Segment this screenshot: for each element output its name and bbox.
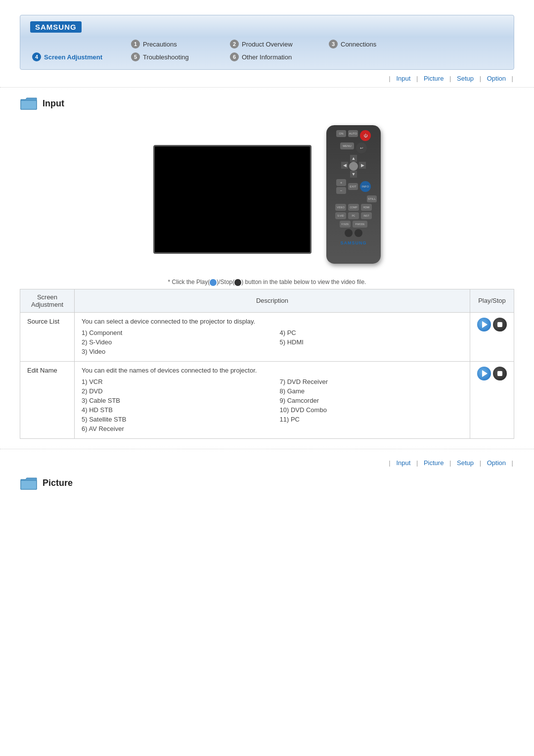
pipe-2: | [416,75,418,82]
dpad-down: ▼ [341,171,366,178]
vol-down-button[interactable]: − [336,187,346,194]
install-button[interactable]: INST [361,212,372,219]
pc-button[interactable]: PC [348,212,359,219]
source-list-items: 1) Component 2) S-Video 3) Video 4) PC 5… [82,328,463,356]
center-button[interactable] [349,162,358,171]
fsize-button[interactable]: F.SIZE [340,221,351,228]
picture-folder-icon [20,476,38,490]
nav-label-connections: Connections [341,41,376,48]
pipe-4: | [480,75,481,82]
nav-num-3: 3 [329,40,338,48]
remote-menu-row: MENU ↩ [330,142,377,153]
editname-desc-main: You can edit the names of devices connec… [82,367,463,374]
source-item-3: 3) Video [82,347,265,356]
auto-button[interactable]: AUTO [348,130,358,137]
info-button[interactable]: INFO [360,181,371,192]
nav-item-screen-adjustment[interactable]: 4 Screen Adjustment [30,51,129,62]
nav-num-2: 2 [230,40,239,48]
dpad: ▲ ◀ ▶ ▼ [341,155,366,178]
nav-link-setup[interactable]: Setup [457,75,474,82]
nav-item-connections[interactable]: 3 Connections [327,39,426,49]
editname-play-button[interactable] [477,367,491,380]
cell-editname-desc: You can edit the names of devices connec… [75,361,470,438]
volume-controls: + − [336,179,346,194]
play-icon-inline [210,279,217,286]
editname-item-8: 8) Game [280,386,463,396]
stop-icon-inline [234,279,241,286]
up-arrow[interactable]: ▲ [350,155,357,162]
nav-item-other-info[interactable]: 6 Other Information [228,51,327,62]
extra-btn-1[interactable] [345,229,353,237]
info-table: Screen Adjustment Description Play/Stop … [20,289,514,439]
editname-item-7: 7) DVD Receiver [280,377,463,386]
bottom-nav-link-picture[interactable]: Picture [424,459,444,467]
header-nav: SAMSUNG 1 Precautions 2 Product Overview… [20,15,514,70]
still-row: STILL [330,195,377,202]
extra-btn-2[interactable] [355,229,362,237]
table-row-source-list: Source List You can select a device conn… [20,312,514,361]
vol-up-button[interactable]: + [336,179,346,186]
source-stop-button[interactable] [493,318,507,331]
bottom-nav-link-input[interactable]: Input [396,459,410,467]
editname-stop-button[interactable] [493,367,507,380]
nav-link-option[interactable]: Option [487,75,506,82]
nav-item-troubleshooting[interactable]: 5 Troubleshooting [129,51,228,62]
fsize-row: F.SIZE P.MODE [330,221,377,228]
still-button[interactable]: STILL [367,195,377,202]
editname-list-items: 1) VCR 2) DVD 3) Cable STB 4) HD STB 5) … [82,377,463,433]
editname-item-1: 1) VCR [82,377,265,386]
editname-item-2: 2) DVD [82,386,265,396]
editname-item-10: 10) DVD Combo [280,405,463,415]
on-button[interactable]: ON [336,130,346,137]
video-button[interactable]: VIDEO [335,204,346,211]
exit-button[interactable]: EXIT [348,183,358,190]
remote-control: ON AUTO ⏻ MENU ↩ ▲ ◀ ▶ ▼ + [326,125,381,264]
picture-title: Picture [43,478,73,488]
pipe-3: | [449,75,451,82]
cell-editname-playstop [470,361,514,438]
right-arrow[interactable]: ▶ [359,162,366,169]
bottom-pipe-5: | [512,459,513,467]
nav-link-picture[interactable]: Picture [424,75,444,82]
svideo-button[interactable]: S-VID [335,212,346,219]
media-area: ON AUTO ⏻ MENU ↩ ▲ ◀ ▶ ▼ + [0,115,534,274]
nav-grid: 1 Precautions 2 Product Overview 3 Conne… [30,39,504,62]
bottom-nav-link-setup[interactable]: Setup [457,459,474,467]
nav-link-input[interactable]: Input [396,75,410,82]
picture-section-heading: Picture [0,472,534,500]
pimode-button[interactable]: P.MODE [353,221,367,228]
power-button[interactable]: ⏻ [360,130,371,141]
nav-item-precautions[interactable]: 1 Precautions [129,39,228,49]
dpad-up: ▲ [341,155,366,162]
table-row-edit-name: Edit Name You can edit the names of devi… [20,361,514,438]
nav-num-6: 6 [230,52,239,61]
remote-top-row: ON AUTO ⏻ [330,130,377,141]
nav-item-product-overview[interactable]: 2 Product Overview [228,39,327,49]
comp-button[interactable]: COMP [348,204,359,211]
source-item-1: 1) Component [82,328,265,337]
bottom-nav-links: | Input | Picture | Setup | Option | [0,449,534,472]
col-header-playstop: Play/Stop [470,289,514,312]
bottom-pipe-1: | [389,459,390,467]
editname-item-11: 11) PC [280,415,463,424]
source-item-4: 4) PC [280,328,463,337]
down-arrow[interactable]: ▼ [350,171,357,178]
cell-source-playstop [470,312,514,361]
menu-button[interactable]: MENU [340,142,354,149]
hdmi-button[interactable]: HDMI [361,204,372,211]
folder-icon [20,96,38,110]
tv-screen [153,145,312,254]
pipe-5: | [512,75,513,82]
nav-label-screen-adjustment: Screen Adjustment [44,53,102,61]
return-button[interactable]: ↩ [356,142,367,153]
nav-label-precautions: Precautions [143,41,177,48]
editname-item-4: 4) HD STB [82,405,265,415]
bottom-pipe-2: | [416,459,418,467]
bottom-nav-link-option[interactable]: Option [487,459,506,467]
editname-item-6: 6) AV Receiver [82,424,265,433]
left-arrow[interactable]: ◀ [341,162,348,169]
remote-brand: SAMSUNG [340,240,366,245]
pipe-1: | [389,75,390,82]
source-play-button[interactable] [477,318,491,331]
col-header-screen-adj: Screen Adjustment [20,289,75,312]
